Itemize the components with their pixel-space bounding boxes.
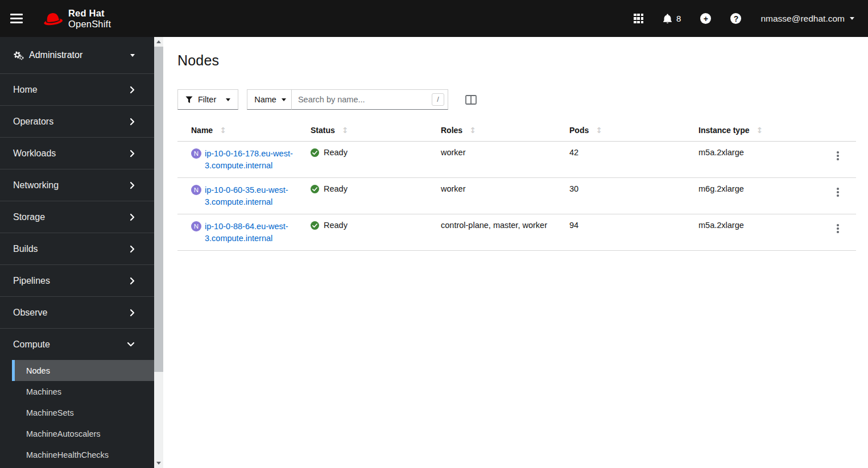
nodes-table: Name Status Roles Pods Instance type N i… [177,121,856,251]
sidebar-item-operators: Operators [0,105,154,137]
search-attribute-select[interactable]: Name [247,89,292,110]
column-header-instance-type[interactable]: Instance type [698,121,820,141]
node-link[interactable]: ip-10-0-60-35.eu-west-3.compute.internal [205,184,299,208]
chevron-right-icon [130,277,135,285]
brand-line1: Red Hat [68,8,111,18]
user-menu-button[interactable]: nmasse@redhat.com [760,14,854,24]
node-name-cell: N ip-10-0-16-178.eu-west-3.compute.inter… [177,148,311,172]
search-attribute-label: Name [254,95,276,104]
brand-logo: Red Hat OpenShift [41,8,111,29]
node-badge: N [191,148,201,159]
column-header-roles[interactable]: Roles [441,121,569,141]
sidebar-item-home: Home [0,74,154,105]
node-badge: N [191,221,201,231]
manage-columns-button[interactable] [465,95,477,105]
node-status-cell: Ready [311,148,441,157]
node-link[interactable]: ip-10-0-88-64.eu-west-3.compute.internal [205,221,299,245]
sidebar-item-storage-button[interactable]: Storage [0,201,154,233]
sort-icon[interactable] [342,126,349,135]
sidebar-item-home-button[interactable]: Home [0,74,154,105]
sidebar-item-machines-button[interactable]: Machines [12,381,154,402]
sidebar-item-networking: Networking [0,169,154,201]
sidebar-item-label: MachineSets [26,408,74,417]
node-roles: control-plane, master, worker [441,221,569,230]
sort-icon[interactable] [756,126,763,135]
app-launcher-button[interactable] [634,14,643,23]
nav-toggle-button[interactable] [10,11,27,26]
filter-dropdown-button[interactable]: Filter [177,89,238,110]
ready-check-icon [311,148,319,157]
help-button[interactable]: ? [730,13,741,24]
node-status-cell: Ready [311,184,441,193]
sidebar-item-workloads: Workloads [0,137,154,169]
scrollbar-down-button[interactable] [154,458,163,468]
sidebar-item-nodes-button[interactable]: Nodes [12,360,154,381]
sort-icon[interactable] [220,126,226,135]
sidebar-item-label: Pipelines [13,276,50,286]
bell-icon [663,14,672,24]
masthead-right: 8 + ? nmasse@redhat.com [634,13,854,24]
sidebar-item-builds-button[interactable]: Builds [0,233,154,264]
sort-icon[interactable] [469,126,476,135]
sidebar-item-pipelines-button[interactable]: Pipelines [0,265,154,296]
column-header-name[interactable]: Name [177,121,311,141]
search-input[interactable] [292,89,448,110]
sidebar-item-machines: Machines [12,381,154,402]
sidebar-item-builds: Builds [0,233,154,264]
sidebar-scrollbar[interactable] [154,37,163,468]
sidebar-item-compute-button[interactable]: Compute [0,329,154,360]
hamburger-icon [10,18,23,19]
node-pods: 30 [569,184,698,193]
caret-down-icon [226,98,230,101]
sidebar-item-networking-button[interactable]: Networking [0,169,154,201]
redhat-fedora-icon [41,10,65,27]
hamburger-icon [10,14,23,15]
question-circle-icon: ? [730,13,741,24]
sidebar-item-observe-button[interactable]: Observe [0,297,154,328]
kebab-icon [837,151,839,154]
brand-text: Red Hat OpenShift [68,8,111,29]
column-header-actions [820,121,856,141]
sidebar-item-label: Nodes [26,366,50,375]
filter-label: Filter [198,95,216,104]
main-content: Nodes Filter Name / [163,37,868,468]
scrollbar-up-button[interactable] [154,37,163,47]
add-button[interactable]: + [700,13,711,24]
node-status-cell: Ready [311,221,441,230]
sidebar-item-storage: Storage [0,201,154,233]
node-link[interactable]: ip-10-0-16-178.eu-west-3.compute.interna… [205,148,299,172]
sidebar-nav: Administrator Home Operators Workloads N… [0,37,154,468]
sidebar-item-label: Workloads [13,148,56,159]
search-field: / [292,89,448,110]
caret-down-icon [282,98,286,101]
sidebar-item-label: MachineAutoscalers [26,429,101,438]
triangle-up-icon [156,40,161,43]
row-kebab-button[interactable] [832,185,844,199]
sidebar-item-machinesets-button[interactable]: MachineSets [12,402,154,423]
cogs-icon [13,51,24,60]
perspective-switcher[interactable]: Administrator [0,37,154,74]
hamburger-icon [10,22,23,23]
sidebar-item-machinesets: MachineSets [12,402,154,423]
row-kebab-button[interactable] [832,149,844,163]
triangle-down-icon [156,462,161,465]
sidebar-item-compute: Compute Nodes Machines MachineSets [0,328,154,466]
compute-subnav: Nodes Machines MachineSets MachineAutosc… [12,360,154,466]
sidebar-item-workloads-button[interactable]: Workloads [0,138,154,169]
plus-circle-icon: + [700,13,711,24]
sort-icon[interactable] [596,126,602,135]
masthead: Red Hat OpenShift 8 + ? nmasse@redhat.co… [0,0,868,37]
chevron-right-icon [130,213,135,221]
row-kebab-button[interactable] [832,222,844,235]
sidebar-item-operators-button[interactable]: Operators [0,106,154,137]
notifications-button[interactable]: 8 [663,14,681,24]
sidebar-item-machineautoscalers-button[interactable]: MachineAutoscalers [12,423,154,444]
node-badge: N [191,185,201,195]
column-header-status[interactable]: Status [311,121,441,141]
sidebar-item-machinehealthchecks-button[interactable]: MachineHealthChecks [12,444,154,465]
chevron-right-icon [130,118,135,126]
scrollbar-thumb[interactable] [154,47,163,372]
column-header-pods[interactable]: Pods [569,121,698,141]
table-row: N ip-10-0-16-178.eu-west-3.compute.inter… [177,142,856,178]
sidebar-item-label: Networking [13,180,59,190]
